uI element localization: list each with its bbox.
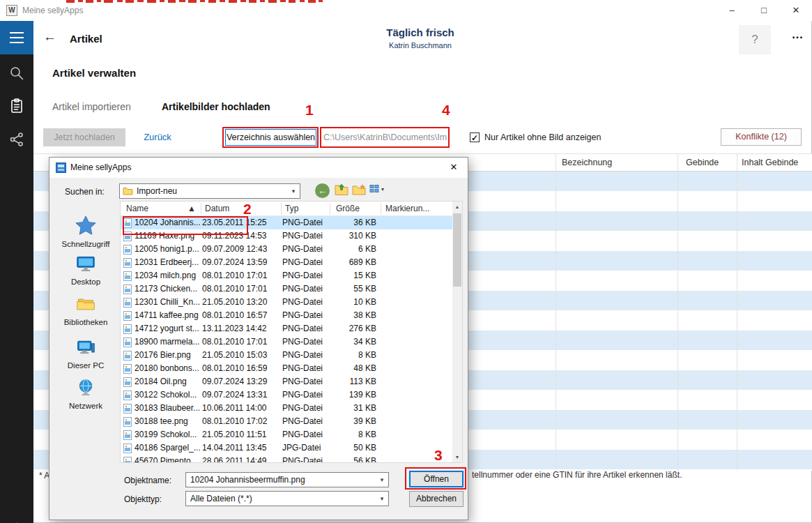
file-row[interactable]: 30199 Schokol... 21.05.2010 11:51 PNG-Da… — [121, 428, 454, 441]
file-size: 38 KB — [330, 309, 376, 322]
file-size: 310 KB — [330, 229, 376, 243]
objektname-dropdown[interactable]: 10204 Johannisbeermuffin.png ▾ — [185, 472, 389, 487]
tab-artikel-importieren[interactable]: Artikel importieren — [52, 101, 131, 112]
close-button[interactable]: ✕ — [780, 0, 812, 21]
app-window: W Meine sellyApps – □ ✕ — [0, 0, 812, 523]
file-date: 08.01.2010 16:57 — [202, 309, 267, 322]
file-row[interactable]: 30188 tee.png 08.01.2010 17:02 PNG-Datei… — [121, 415, 454, 428]
new-folder-icon[interactable] — [352, 183, 366, 198]
file-date: 21.05.2010 11:51 — [202, 428, 267, 441]
table-gridline — [677, 153, 678, 471]
file-row[interactable]: 12005 honig1.p... 09.07.2009 12:43 PNG-D… — [121, 243, 454, 256]
chevron-down-icon: ▾ — [381, 186, 384, 192]
place-schnellzugriff[interactable]: Schnellzugriff — [55, 215, 116, 248]
file-type: PNG-Datei — [282, 362, 323, 375]
place-desktop[interactable]: Desktop — [55, 254, 116, 286]
clipboard-icon — [8, 98, 25, 114]
file-type: PNG-Datei — [282, 322, 323, 335]
minimize-button[interactable]: – — [716, 0, 748, 21]
cancel-button[interactable]: Abbrechen — [409, 491, 464, 507]
scroll-thumb[interactable] — [453, 213, 461, 287]
file-date: 08.01.2010 17:01 — [202, 269, 267, 282]
hamburger-menu-button[interactable] — [0, 21, 33, 54]
file-name: 30188 tee.png — [135, 415, 200, 428]
column-header-gebinde[interactable]: Gebinde — [686, 154, 719, 172]
file-row[interactable]: 12301 Chilli_Kn... 21.05.2010 13:20 PNG-… — [121, 296, 454, 309]
user-name: Katrin Buschmann — [312, 41, 528, 50]
nav-back-icon[interactable]: ← — [315, 183, 330, 198]
maximize-button[interactable]: □ — [748, 0, 780, 21]
objekttyp-dropdown[interactable]: Alle Dateien (*.*) ▾ — [185, 491, 389, 506]
back-arrow-icon[interactable]: ← — [43, 29, 56, 45]
col-markierungen[interactable]: Markierun... — [385, 202, 429, 215]
column-header-bezeichnung[interactable]: Bezeichnung — [562, 154, 612, 172]
file-size: 31 KB — [330, 402, 376, 415]
view-menu-icon[interactable]: ▾ — [369, 183, 381, 197]
file-name: 40186 Spargel_... — [135, 441, 200, 455]
col-groesse[interactable]: Größe — [336, 202, 360, 215]
dialog-close-icon[interactable]: ✕ — [443, 158, 465, 177]
file-type: PNG-Datei — [282, 229, 323, 243]
file-row[interactable]: 20176 Bier.png 21.05.2010 15:03 PNG-Date… — [121, 349, 454, 362]
monitor-icon — [76, 254, 95, 273]
more-options-button[interactable]: … — [785, 28, 810, 42]
look-in-dropdown[interactable]: Import-neu ▾ — [119, 183, 300, 199]
file-name: 30183 Blaubeer... — [135, 402, 200, 415]
file-date: 09.07.2024 13:59 — [202, 256, 267, 269]
file-name: 30199 Schokol... — [135, 428, 200, 441]
nav-rail: ⚙ — [0, 21, 33, 523]
sidebar-item-search[interactable] — [0, 58, 33, 89]
file-type: PNG-Datei — [282, 349, 323, 362]
scroll-down-icon[interactable]: ▼ — [452, 452, 462, 462]
help-button[interactable]: ? — [739, 25, 771, 54]
filter-checkbox[interactable]: ✓ — [470, 132, 480, 142]
up-one-level-icon[interactable] — [335, 183, 348, 198]
window-title: Meine sellyApps — [22, 0, 83, 21]
dialog-titlebar: Meine sellyApps ✕ — [49, 158, 468, 178]
file-date: 21.05.2010 15:03 — [202, 349, 267, 362]
file-row[interactable]: 14712 yogurt st... 13.11.2023 14:42 PNG-… — [121, 322, 454, 335]
account-block: Täglich frisch Katrin Buschmann — [312, 26, 528, 50]
section-title: Artikel verwalten — [52, 67, 136, 79]
file-row[interactable]: 12173 Chicken... 08.01.2010 17:01 PNG-Da… — [121, 282, 454, 296]
look-in-label: Suchen in: — [65, 187, 105, 197]
file-type: PNG-Datei — [282, 269, 323, 282]
place-bibliotheken[interactable]: Bibliotheken — [55, 294, 116, 326]
file-list-body: 10204 Johannis... 23.05.2011 15:25 PNG-D… — [121, 216, 454, 463]
scrollbar[interactable]: ▲ ▼ — [452, 202, 462, 462]
place-dieser-pc[interactable]: Dieser PC — [55, 338, 116, 370]
settings-gear-icon[interactable]: ⚙ — [0, 513, 33, 523]
upload-button-disabled[interactable]: Jetzt hochladen — [43, 128, 125, 146]
file-row[interactable]: 30183 Blaubeer... 10.06.2011 14:00 PNG-D… — [121, 402, 454, 415]
share-network-icon — [8, 131, 25, 148]
col-name[interactable]: Name — [126, 202, 148, 215]
tab-artikelbilder-hochladen[interactable]: Artikelbilder hochladen — [162, 101, 270, 112]
file-row[interactable]: 18900 marmela... 08.01.2010 17:01 PNG-Da… — [121, 335, 454, 349]
file-row[interactable]: 45670 Pimento... 28.06.2011 14:49 PNG-Da… — [121, 455, 454, 463]
file-name: 20184 Oil.png — [135, 375, 200, 388]
sidebar-item-connections[interactable] — [0, 124, 33, 155]
column-header-inhalt-gebinde[interactable]: Inhalt Gebinde — [742, 154, 798, 172]
file-size: 15 KB — [330, 269, 376, 282]
file-size: 55 KB — [330, 282, 376, 296]
annotation-rect-2 — [123, 216, 248, 235]
file-row[interactable]: 20180 bonbons... 08.01.2010 16:59 PNG-Da… — [121, 362, 454, 375]
file-row[interactable]: 12031 Erdbeerj... 09.07.2024 13:59 PNG-D… — [121, 256, 454, 269]
conflicts-button[interactable]: Konflikte (12) — [721, 128, 802, 146]
file-name: 12301 Chilli_Kn... — [135, 296, 200, 309]
col-typ[interactable]: Typ — [285, 202, 298, 215]
file-row[interactable]: 12034 milch.png 08.01.2010 17:01 PNG-Dat… — [121, 269, 454, 282]
file-type: PNG-Datei — [282, 309, 323, 322]
file-row[interactable]: 30122 Schokol... 09.07.2024 13:31 PNG-Da… — [121, 388, 454, 402]
sidebar-item-articles[interactable] — [0, 91, 33, 121]
file-row[interactable]: 14711 kaffee.png 08.01.2010 16:57 PNG-Da… — [121, 309, 454, 322]
back-button[interactable]: Zurück — [135, 128, 181, 146]
file-type: PNG-Datei — [282, 296, 323, 309]
file-size: 8 KB — [330, 428, 376, 441]
file-name: 14711 kaffee.png — [135, 309, 200, 322]
file-row[interactable]: 40186 Spargel_... 14.04.2011 13:45 JPG-D… — [121, 441, 454, 455]
scroll-up-icon[interactable]: ▲ — [452, 202, 462, 212]
file-row[interactable]: 20184 Oil.png 09.07.2024 13:29 PNG-Datei… — [121, 375, 454, 388]
place-netzwerk[interactable]: Netzwerk — [55, 378, 116, 410]
col-datum[interactable]: Datum — [205, 202, 229, 215]
